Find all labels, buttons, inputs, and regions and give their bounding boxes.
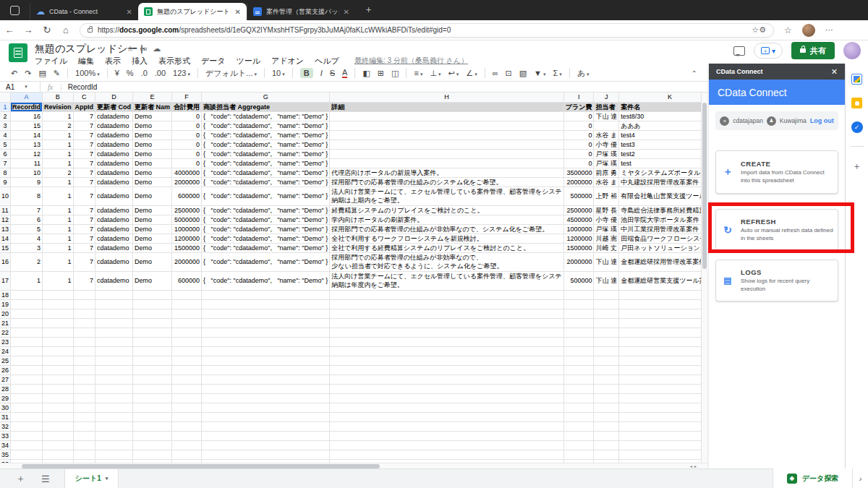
cell[interactable] [594, 431, 619, 440]
cell[interactable] [619, 421, 707, 431]
cell[interactable] [330, 140, 564, 149]
cell[interactable] [73, 412, 95, 421]
cell[interactable] [594, 328, 619, 337]
cell[interactable]: test4 [619, 130, 707, 140]
expand-corner-button[interactable]: › [852, 468, 868, 488]
cell[interactable] [563, 365, 594, 374]
borders-icon[interactable]: ⊞ [378, 69, 384, 78]
merge-cells-icon[interactable]: ◫ [391, 69, 399, 78]
cell[interactable] [73, 337, 95, 346]
cell[interactable] [133, 290, 172, 299]
cell[interactable]: 金都運総研採用管理改革案件 [619, 252, 707, 271]
cell[interactable] [330, 403, 564, 412]
cell[interactable] [619, 299, 707, 309]
cell[interactable]: Demo [133, 243, 172, 252]
cell[interactable]: { "code": "cdatademo", "name": "Demo" } [202, 187, 330, 205]
filter-icon[interactable]: ▼▾ [534, 69, 545, 77]
cell[interactable] [95, 337, 133, 346]
cell[interactable] [11, 393, 43, 403]
cell[interactable] [43, 318, 74, 328]
cell[interactable]: 2000000 [563, 177, 594, 187]
cell[interactable]: 11 [11, 158, 43, 168]
cell[interactable]: 法人向け営業チームにて、エクセル管理している案件管理、顧客管理をシステ 納期は年… [330, 271, 564, 290]
cell[interactable] [594, 121, 619, 130]
cell[interactable] [172, 440, 202, 450]
column-header-K[interactable]: K [619, 93, 707, 102]
cell[interactable]: Demo [133, 187, 172, 205]
cell[interactable] [95, 299, 133, 309]
cell[interactable] [202, 421, 330, 431]
share-button[interactable]: 共有 [791, 42, 835, 59]
close-tab-icon[interactable]: ✕ [344, 8, 349, 16]
cell[interactable] [563, 309, 594, 318]
cell[interactable] [133, 318, 172, 328]
spreadsheet-grid[interactable]: ABCDEFGHIJKL1RecordIdRevisionAppId更新者 Co… [0, 93, 707, 468]
cell[interactable]: 経費精算システムのリプレイスをご検討とのこと。 [330, 205, 564, 215]
cell[interactable] [619, 374, 707, 384]
row-header-15[interactable]: 15 [0, 243, 11, 252]
cell[interactable]: 1200000 [563, 234, 594, 243]
cell[interactable]: 水谷 ま [594, 130, 619, 140]
cell[interactable]: cdatademo [95, 271, 133, 290]
cell[interactable] [43, 403, 74, 412]
browser-profile-avatar[interactable] [802, 24, 815, 37]
row-header-11[interactable]: 11 [0, 205, 11, 215]
cell[interactable] [594, 384, 619, 393]
forward-icon[interactable]: → [19, 25, 38, 35]
cell[interactable] [594, 309, 619, 318]
cell[interactable]: 2000000 [172, 177, 202, 187]
undo-icon[interactable]: ↶ [11, 69, 17, 78]
move-folder-icon[interactable]: ▭ [140, 44, 153, 53]
cell[interactable]: 前原 勇 [594, 168, 619, 177]
cell[interactable] [43, 365, 74, 374]
cell[interactable] [11, 328, 43, 337]
cell[interactable]: 1 [43, 158, 74, 168]
cell[interactable] [594, 318, 619, 328]
cell[interactable] [43, 393, 74, 403]
row-header-25[interactable]: 25 [0, 356, 11, 365]
cell[interactable]: Demo [133, 140, 172, 149]
cell[interactable] [73, 328, 95, 337]
cell[interactable]: Demo [133, 130, 172, 140]
cell[interactable] [619, 393, 707, 403]
cell[interactable]: 7 [73, 243, 95, 252]
cell[interactable] [95, 346, 133, 356]
cell[interactable]: 戸田ネットソリューションズ経 [619, 243, 707, 252]
input-tools-button[interactable]: あ▾ [577, 68, 590, 79]
cell[interactable]: 小寺 優 [594, 215, 619, 224]
cell[interactable] [330, 309, 564, 318]
cell[interactable] [594, 374, 619, 384]
cell[interactable] [73, 309, 95, 318]
row-header-22[interactable]: 22 [0, 328, 11, 337]
column-header-G[interactable]: G [202, 93, 330, 102]
cell[interactable] [563, 356, 594, 365]
cell[interactable] [330, 431, 564, 440]
cell[interactable] [73, 290, 95, 299]
new-tab-button[interactable]: ＋ [364, 3, 373, 16]
cell[interactable]: 下山 達 [594, 271, 619, 290]
cell[interactable] [594, 299, 619, 309]
row-header-14[interactable]: 14 [0, 234, 11, 243]
cell[interactable] [594, 393, 619, 403]
cell[interactable]: 15 [11, 121, 43, 130]
vertical-align-icon[interactable]: ⊥▾ [430, 69, 441, 78]
cell[interactable] [95, 384, 133, 393]
row-header-7[interactable]: 7 [0, 158, 11, 168]
cell[interactable]: { "code": "cdatademo", "name": "Demo" } [202, 215, 330, 224]
cell[interactable]: 1000000 [563, 224, 594, 234]
cell[interactable]: 1 [43, 177, 74, 187]
cell[interactable] [563, 337, 594, 346]
cell[interactable] [43, 440, 74, 450]
cell[interactable]: 10 [11, 168, 43, 177]
collapse-toolbar-icon[interactable]: ⌃ [692, 69, 697, 77]
cell[interactable]: test [619, 158, 707, 168]
cell[interactable]: { "code": "cdatademo", "name": "Demo" } [202, 252, 330, 271]
cell[interactable]: 600000 [172, 187, 202, 205]
row-header-6[interactable]: 6 [0, 149, 11, 158]
cell[interactable] [594, 421, 619, 431]
cell[interactable]: 2 [43, 121, 74, 130]
cell[interactable]: RecordId [11, 102, 43, 111]
cell[interactable] [330, 121, 564, 130]
cell[interactable] [619, 328, 707, 337]
cell[interactable]: 採用部門での応募者管理の仕組みが非効率なので、システム化をご希望。 [330, 224, 564, 234]
